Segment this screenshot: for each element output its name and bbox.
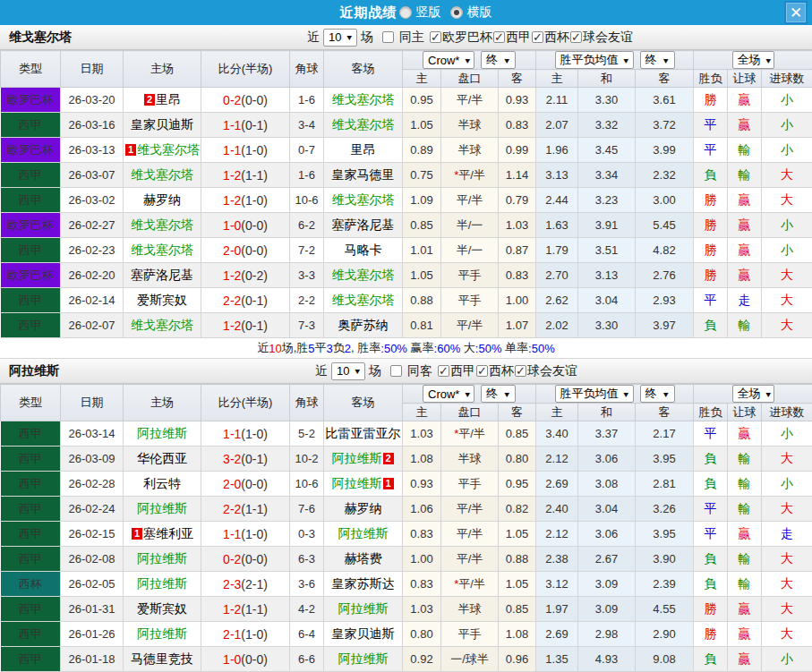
league-filter-checkbox[interactable]: 西甲 — [493, 30, 531, 46]
league-filter-checkbox[interactable]: 欧罗巴杯 — [430, 30, 492, 46]
result-handicap-label: 輸 — [739, 451, 751, 465]
away-team-cell: 阿拉维斯 — [324, 597, 403, 622]
scope-select[interactable]: 全场▼ — [732, 385, 774, 403]
league-filter-checkbox[interactable]: 球会友谊 — [515, 363, 577, 379]
avg-select-group: 胜平负均值▼终▼ — [536, 385, 694, 404]
away-team-name: 阿拉维斯 — [332, 451, 382, 465]
league-filter-checkbox[interactable]: 同主 — [382, 30, 429, 46]
result-goals-label: 大 — [781, 268, 793, 282]
home-team-name: 塞维利亚 — [143, 526, 193, 540]
checkbox-icon[interactable] — [438, 365, 449, 377]
match-count-select[interactable]: 10▼ — [331, 362, 365, 380]
final-select[interactable]: 终▼ — [640, 51, 675, 69]
layout-radio[interactable]: 竖版 — [399, 4, 449, 21]
subheader-result-outcome: 胜负 — [694, 404, 728, 421]
company-select[interactable]: Crow*▼ — [423, 385, 474, 403]
handicap-line-label: 半/一 — [457, 218, 483, 232]
corner-count: 1-6 — [290, 88, 324, 113]
result-outcome-label: 勝 — [705, 92, 717, 106]
layout-radio[interactable]: 横版 — [450, 4, 500, 21]
league-filter-checkbox[interactable]: 西杯 — [476, 363, 514, 379]
league-label: 西甲 — [19, 168, 42, 182]
dropdown-arrow-icon: ▼ — [622, 55, 630, 64]
corner-count: 5-2 — [290, 421, 324, 447]
checkbox-icon[interactable] — [532, 31, 543, 43]
checkbox-icon[interactable] — [515, 365, 526, 377]
match-count-select[interactable]: 10▼ — [323, 29, 357, 47]
away-team-cell: 马略卡 — [324, 238, 403, 263]
league-badge: 欧罗巴杯 — [1, 213, 61, 238]
handicap-home-odds: 0.83 — [403, 522, 441, 547]
avg-away-odds: 2.39 — [636, 572, 694, 597]
final-select[interactable]: 终▼ — [481, 51, 516, 69]
league-badge: 西甲 — [1, 313, 61, 338]
handicap-home-odds: 0.95 — [403, 88, 441, 113]
team1-summary-row: 近10场,胜5平3负2, 胜率:50% 赢率:60% 大:50% 单率:50% — [0, 338, 812, 359]
result-outcome: 平 — [694, 113, 728, 138]
away-team-name: 塞萨洛尼基 — [332, 217, 395, 232]
handicap-home-odds: 0.83 — [403, 572, 441, 597]
handicap-line: 半球 — [441, 597, 499, 622]
handicap-home-odds: 1.09 — [403, 188, 441, 213]
avg-away-odds: 2.90 — [636, 622, 694, 647]
final-select[interactable]: 终▼ — [640, 385, 675, 403]
away-team-name: 阿拉维斯 — [338, 526, 389, 540]
corner-count: 2-2 — [290, 288, 324, 313]
match-date: 26-02-07 — [61, 313, 124, 338]
handicap-away-odds: 0.79 — [499, 188, 536, 213]
score-cell: 0-2(0-0) — [201, 88, 290, 113]
red-card-badge: 1 — [383, 478, 394, 489]
away-team-name: 比雷亚雷亚尔 — [326, 426, 401, 440]
league-filter-checkbox[interactable]: 西甲 — [438, 363, 475, 379]
result-outcome: 平 — [694, 522, 728, 547]
avg-draw-odds: 3.06 — [578, 447, 636, 472]
league-label: 欧罗巴杯 — [7, 143, 54, 157]
checkbox-icon[interactable] — [476, 365, 488, 377]
handicap-line-label: 平手 — [458, 477, 482, 490]
near-label: 近 — [315, 363, 328, 379]
match-date: 26-02-08 — [61, 547, 124, 572]
away-team-name: 奥萨苏纳 — [338, 318, 389, 332]
scope-select-value: 全场 — [738, 52, 761, 68]
result-handicap: 輸 — [728, 163, 762, 188]
summary-part: 大 — [460, 340, 475, 356]
avg-home-odds: 1.79 — [536, 238, 578, 263]
league-badge: 西甲 — [1, 421, 61, 447]
handicap-line: 半球 — [441, 138, 499, 163]
league-badge: 西甲 — [1, 163, 61, 188]
league-filter-checkbox[interactable]: 同客 — [390, 363, 437, 379]
avg-odds-select[interactable]: 胜平负均值▼ — [555, 51, 634, 69]
scope-select[interactable]: 全场▼ — [732, 51, 774, 69]
league-filter-checkbox[interactable]: 球会友谊 — [570, 30, 633, 46]
checkbox-icon[interactable] — [570, 31, 582, 43]
checkbox-icon[interactable] — [493, 31, 505, 43]
checkbox-icon[interactable] — [430, 31, 441, 43]
checkbox-icon[interactable] — [390, 365, 402, 377]
checkbox-icon[interactable] — [382, 31, 394, 43]
fulltime-score: 2-2 — [223, 293, 241, 308]
result-goals: 大 — [762, 163, 812, 188]
handicap-home-odds: 0.89 — [403, 138, 441, 163]
handicap-select-group: Crow*▼终▼ — [403, 51, 536, 70]
company-select[interactable]: Crow*▼ — [423, 51, 474, 69]
result-handicap-label: 贏 — [739, 651, 751, 666]
match-date: 26-02-27 — [61, 213, 124, 238]
home-team-cell: 2里昂 — [124, 88, 201, 113]
avg-home-odds: 3.13 — [536, 163, 578, 188]
halftime-score: (0-0) — [241, 477, 268, 491]
league-label: 西甲 — [19, 502, 42, 515]
home-team-name: 阿拉维斯 — [137, 576, 187, 591]
home-team-cell: 爱斯宾奴 — [124, 597, 201, 622]
result-outcome-label: 平 — [705, 526, 717, 540]
league-filter-checkbox[interactable]: 西杯 — [532, 30, 569, 46]
close-button[interactable]: ✕ — [786, 3, 806, 22]
home-team-cell: 阿拉维斯 — [124, 622, 201, 647]
radio-icon[interactable] — [399, 6, 412, 19]
final-select[interactable]: 终▼ — [481, 385, 516, 403]
handicap-line-label: 平手 — [458, 627, 482, 641]
handicap-line-label: 半球 — [458, 143, 482, 157]
avg-odds-select[interactable]: 胜平负均值▼ — [555, 385, 634, 403]
close-icon: ✕ — [790, 5, 802, 21]
radio-icon[interactable] — [450, 6, 463, 19]
handicap-line-label: 半球 — [458, 452, 482, 465]
